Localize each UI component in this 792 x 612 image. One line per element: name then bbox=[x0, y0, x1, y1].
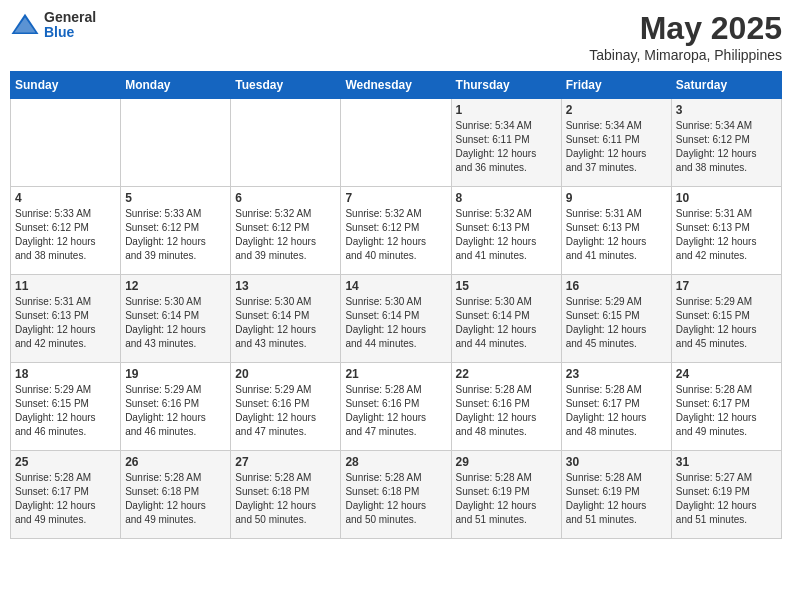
day-number: 13 bbox=[235, 279, 336, 293]
calendar-cell: 29Sunrise: 5:28 AM Sunset: 6:19 PM Dayli… bbox=[451, 451, 561, 539]
calendar-cell: 20Sunrise: 5:29 AM Sunset: 6:16 PM Dayli… bbox=[231, 363, 341, 451]
calendar-cell: 14Sunrise: 5:30 AM Sunset: 6:14 PM Dayli… bbox=[341, 275, 451, 363]
logo-blue: Blue bbox=[44, 25, 96, 40]
day-number: 6 bbox=[235, 191, 336, 205]
day-info: Sunrise: 5:34 AM Sunset: 6:11 PM Dayligh… bbox=[566, 119, 667, 175]
day-number: 18 bbox=[15, 367, 116, 381]
calendar-cell: 1Sunrise: 5:34 AM Sunset: 6:11 PM Daylig… bbox=[451, 99, 561, 187]
calendar-cell: 8Sunrise: 5:32 AM Sunset: 6:13 PM Daylig… bbox=[451, 187, 561, 275]
day-number: 19 bbox=[125, 367, 226, 381]
day-info: Sunrise: 5:32 AM Sunset: 6:12 PM Dayligh… bbox=[345, 207, 446, 263]
day-number: 24 bbox=[676, 367, 777, 381]
weekday-header-monday: Monday bbox=[121, 72, 231, 99]
day-info: Sunrise: 5:29 AM Sunset: 6:16 PM Dayligh… bbox=[125, 383, 226, 439]
day-info: Sunrise: 5:28 AM Sunset: 6:18 PM Dayligh… bbox=[345, 471, 446, 527]
day-number: 15 bbox=[456, 279, 557, 293]
day-number: 30 bbox=[566, 455, 667, 469]
weekday-header-friday: Friday bbox=[561, 72, 671, 99]
day-number: 29 bbox=[456, 455, 557, 469]
day-info: Sunrise: 5:28 AM Sunset: 6:17 PM Dayligh… bbox=[676, 383, 777, 439]
day-info: Sunrise: 5:32 AM Sunset: 6:13 PM Dayligh… bbox=[456, 207, 557, 263]
day-info: Sunrise: 5:28 AM Sunset: 6:18 PM Dayligh… bbox=[125, 471, 226, 527]
day-info: Sunrise: 5:31 AM Sunset: 6:13 PM Dayligh… bbox=[15, 295, 116, 351]
calendar-cell bbox=[231, 99, 341, 187]
day-info: Sunrise: 5:28 AM Sunset: 6:18 PM Dayligh… bbox=[235, 471, 336, 527]
day-number: 8 bbox=[456, 191, 557, 205]
day-info: Sunrise: 5:28 AM Sunset: 6:16 PM Dayligh… bbox=[345, 383, 446, 439]
day-number: 11 bbox=[15, 279, 116, 293]
day-info: Sunrise: 5:31 AM Sunset: 6:13 PM Dayligh… bbox=[566, 207, 667, 263]
day-info: Sunrise: 5:28 AM Sunset: 6:19 PM Dayligh… bbox=[456, 471, 557, 527]
day-info: Sunrise: 5:29 AM Sunset: 6:15 PM Dayligh… bbox=[676, 295, 777, 351]
calendar-cell: 13Sunrise: 5:30 AM Sunset: 6:14 PM Dayli… bbox=[231, 275, 341, 363]
weekday-header-sunday: Sunday bbox=[11, 72, 121, 99]
day-info: Sunrise: 5:34 AM Sunset: 6:12 PM Dayligh… bbox=[676, 119, 777, 175]
weekday-header-wednesday: Wednesday bbox=[341, 72, 451, 99]
day-number: 7 bbox=[345, 191, 446, 205]
calendar-cell: 5Sunrise: 5:33 AM Sunset: 6:12 PM Daylig… bbox=[121, 187, 231, 275]
logo-text: General Blue bbox=[44, 10, 96, 41]
day-number: 21 bbox=[345, 367, 446, 381]
day-info: Sunrise: 5:28 AM Sunset: 6:17 PM Dayligh… bbox=[566, 383, 667, 439]
day-info: Sunrise: 5:31 AM Sunset: 6:13 PM Dayligh… bbox=[676, 207, 777, 263]
calendar-cell: 4Sunrise: 5:33 AM Sunset: 6:12 PM Daylig… bbox=[11, 187, 121, 275]
day-number: 2 bbox=[566, 103, 667, 117]
week-row-3: 11Sunrise: 5:31 AM Sunset: 6:13 PM Dayli… bbox=[11, 275, 782, 363]
day-number: 16 bbox=[566, 279, 667, 293]
logo: General Blue bbox=[10, 10, 96, 41]
day-info: Sunrise: 5:29 AM Sunset: 6:16 PM Dayligh… bbox=[235, 383, 336, 439]
calendar-cell: 19Sunrise: 5:29 AM Sunset: 6:16 PM Dayli… bbox=[121, 363, 231, 451]
calendar-cell: 16Sunrise: 5:29 AM Sunset: 6:15 PM Dayli… bbox=[561, 275, 671, 363]
calendar-cell: 2Sunrise: 5:34 AM Sunset: 6:11 PM Daylig… bbox=[561, 99, 671, 187]
day-info: Sunrise: 5:28 AM Sunset: 6:17 PM Dayligh… bbox=[15, 471, 116, 527]
day-number: 1 bbox=[456, 103, 557, 117]
calendar-cell: 23Sunrise: 5:28 AM Sunset: 6:17 PM Dayli… bbox=[561, 363, 671, 451]
day-info: Sunrise: 5:30 AM Sunset: 6:14 PM Dayligh… bbox=[456, 295, 557, 351]
day-number: 3 bbox=[676, 103, 777, 117]
week-row-2: 4Sunrise: 5:33 AM Sunset: 6:12 PM Daylig… bbox=[11, 187, 782, 275]
day-info: Sunrise: 5:33 AM Sunset: 6:12 PM Dayligh… bbox=[15, 207, 116, 263]
day-number: 10 bbox=[676, 191, 777, 205]
day-number: 27 bbox=[235, 455, 336, 469]
calendar-cell: 31Sunrise: 5:27 AM Sunset: 6:19 PM Dayli… bbox=[671, 451, 781, 539]
day-number: 26 bbox=[125, 455, 226, 469]
calendar-table: SundayMondayTuesdayWednesdayThursdayFrid… bbox=[10, 71, 782, 539]
day-info: Sunrise: 5:34 AM Sunset: 6:11 PM Dayligh… bbox=[456, 119, 557, 175]
day-info: Sunrise: 5:29 AM Sunset: 6:15 PM Dayligh… bbox=[15, 383, 116, 439]
calendar-cell bbox=[341, 99, 451, 187]
calendar-cell: 6Sunrise: 5:32 AM Sunset: 6:12 PM Daylig… bbox=[231, 187, 341, 275]
page-header: General Blue May 2025 Tabinay, Mimaropa,… bbox=[10, 10, 782, 63]
day-number: 5 bbox=[125, 191, 226, 205]
weekday-header-saturday: Saturday bbox=[671, 72, 781, 99]
logo-icon bbox=[10, 10, 40, 40]
day-number: 4 bbox=[15, 191, 116, 205]
calendar-cell: 18Sunrise: 5:29 AM Sunset: 6:15 PM Dayli… bbox=[11, 363, 121, 451]
calendar-cell: 24Sunrise: 5:28 AM Sunset: 6:17 PM Dayli… bbox=[671, 363, 781, 451]
day-info: Sunrise: 5:29 AM Sunset: 6:15 PM Dayligh… bbox=[566, 295, 667, 351]
day-number: 28 bbox=[345, 455, 446, 469]
day-info: Sunrise: 5:27 AM Sunset: 6:19 PM Dayligh… bbox=[676, 471, 777, 527]
day-number: 20 bbox=[235, 367, 336, 381]
day-number: 23 bbox=[566, 367, 667, 381]
calendar-cell: 30Sunrise: 5:28 AM Sunset: 6:19 PM Dayli… bbox=[561, 451, 671, 539]
calendar-cell: 26Sunrise: 5:28 AM Sunset: 6:18 PM Dayli… bbox=[121, 451, 231, 539]
calendar-cell: 11Sunrise: 5:31 AM Sunset: 6:13 PM Dayli… bbox=[11, 275, 121, 363]
weekday-header-thursday: Thursday bbox=[451, 72, 561, 99]
calendar-cell: 3Sunrise: 5:34 AM Sunset: 6:12 PM Daylig… bbox=[671, 99, 781, 187]
day-info: Sunrise: 5:28 AM Sunset: 6:16 PM Dayligh… bbox=[456, 383, 557, 439]
week-row-5: 25Sunrise: 5:28 AM Sunset: 6:17 PM Dayli… bbox=[11, 451, 782, 539]
day-number: 14 bbox=[345, 279, 446, 293]
calendar-cell: 27Sunrise: 5:28 AM Sunset: 6:18 PM Dayli… bbox=[231, 451, 341, 539]
day-info: Sunrise: 5:33 AM Sunset: 6:12 PM Dayligh… bbox=[125, 207, 226, 263]
week-row-1: 1Sunrise: 5:34 AM Sunset: 6:11 PM Daylig… bbox=[11, 99, 782, 187]
calendar-cell: 10Sunrise: 5:31 AM Sunset: 6:13 PM Dayli… bbox=[671, 187, 781, 275]
calendar-cell bbox=[121, 99, 231, 187]
calendar-cell: 28Sunrise: 5:28 AM Sunset: 6:18 PM Dayli… bbox=[341, 451, 451, 539]
weekday-header-row: SundayMondayTuesdayWednesdayThursdayFrid… bbox=[11, 72, 782, 99]
day-info: Sunrise: 5:30 AM Sunset: 6:14 PM Dayligh… bbox=[125, 295, 226, 351]
title-block: May 2025 Tabinay, Mimaropa, Philippines bbox=[589, 10, 782, 63]
day-number: 12 bbox=[125, 279, 226, 293]
calendar-cell: 21Sunrise: 5:28 AM Sunset: 6:16 PM Dayli… bbox=[341, 363, 451, 451]
logo-general: General bbox=[44, 10, 96, 25]
month-year: May 2025 bbox=[589, 10, 782, 47]
